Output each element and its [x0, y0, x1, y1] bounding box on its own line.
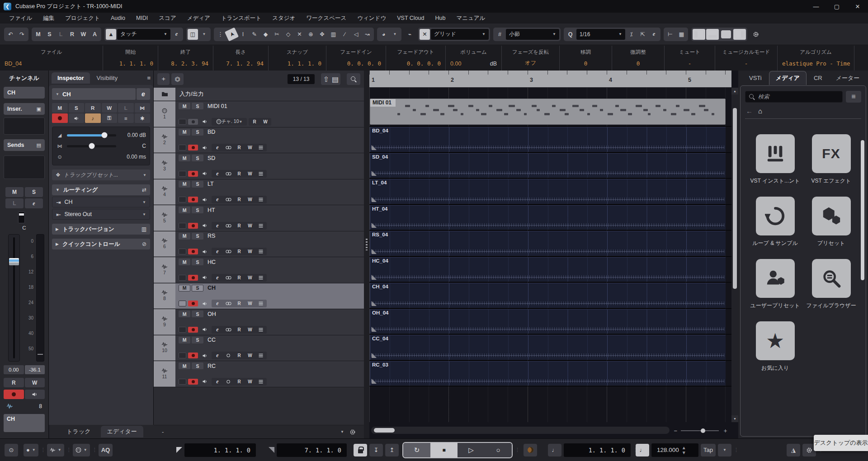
find-track-button[interactable]	[347, 73, 360, 85]
info-value[interactable]: オフ	[506, 59, 555, 67]
stop-button[interactable]: ■	[430, 443, 458, 457]
input-routing-dropdown[interactable]: ⇥CH▼	[52, 197, 150, 207]
track-row-ch[interactable]: 8MSCHeRW	[154, 283, 364, 310]
info-value[interactable]: 0. 0. 0. 0	[331, 60, 381, 67]
audio-track-lane[interactable]: HC_04	[369, 257, 731, 283]
info-value[interactable]: 0	[564, 60, 607, 67]
track-lanes-icon[interactable]	[256, 197, 266, 202]
track-solo-button[interactable]: S	[192, 285, 203, 292]
track-edit-button[interactable]: e	[212, 145, 222, 151]
track-mute-button[interactable]: M	[179, 259, 190, 265]
automation-edit-button[interactable]: e	[171, 29, 182, 40]
tab-tracks[interactable]: トラック	[60, 426, 97, 437]
track-record-button[interactable]	[188, 353, 198, 358]
vertical-scroll-thumb[interactable]	[733, 108, 737, 289]
maximize-button[interactable]: ▢	[826, 0, 847, 13]
info-value[interactable]: -	[720, 60, 773, 67]
left-locator-display[interactable]: 1. 1. 1. 0	[184, 443, 256, 457]
track-read-button[interactable]: R	[234, 249, 244, 254]
toolbar-l-button[interactable]: L	[56, 29, 66, 40]
info-value[interactable]: 8. 2. 3. 94	[163, 60, 208, 67]
track-record-button[interactable]	[188, 223, 198, 229]
track-read-button[interactable]: R	[250, 119, 259, 125]
cycle-button[interactable]: ↻	[403, 443, 430, 457]
media-tile-piano[interactable]: VST インスト...ント	[756, 134, 795, 185]
right-tab-vsti[interactable]: VSTi	[743, 72, 768, 84]
quick-controls-header[interactable]: ▶クイックコントロール⊘	[52, 239, 150, 249]
inspector-edit-button[interactable]: e	[137, 88, 150, 100]
scrub-tool[interactable]: ◁	[351, 29, 361, 40]
track-read-button[interactable]: R	[234, 197, 244, 202]
tempo-track-button[interactable]: ♩	[636, 444, 649, 456]
track-enable-checkbox[interactable]	[179, 327, 186, 333]
audio-track-lane[interactable]: RC_03	[369, 361, 731, 387]
automation-panel-icon[interactable]: ▲	[106, 29, 116, 40]
track-lanes-icon[interactable]	[256, 171, 266, 177]
draw-tool[interactable]: ✎	[249, 29, 259, 40]
track-enable-checkbox[interactable]	[179, 301, 186, 306]
info-value[interactable]: 1. 1. 1. 0	[108, 60, 153, 67]
midi-track-lane[interactable]: MIDI 01	[369, 88, 731, 127]
setup-toolbar-gear-icon[interactable]	[750, 29, 761, 40]
line-tool[interactable]: ∕	[340, 29, 350, 40]
track-lanes-icon[interactable]	[256, 379, 266, 385]
color-tool-dropdown[interactable]: ▼	[390, 29, 400, 40]
track-lanes-icon[interactable]	[256, 249, 266, 254]
insp-asterisk-icon[interactable]: ✱	[135, 113, 151, 123]
folder-track-row[interactable]: 入力/出力	[154, 88, 364, 101]
track-read-button[interactable]: R	[234, 301, 244, 306]
event-volume-handle[interactable]	[372, 145, 377, 150]
track-record-button[interactable]	[188, 145, 198, 151]
toolbar-a-button[interactable]: A	[90, 29, 100, 40]
track-lanes-icon[interactable]	[256, 353, 266, 358]
event-volume-handle[interactable]	[372, 171, 377, 176]
menu-item-7[interactable]: トランスポート	[216, 14, 267, 22]
track-edit-button[interactable]: e	[212, 379, 222, 385]
preroll-button[interactable]	[524, 444, 537, 456]
quantize-panel-button[interactable]: e	[649, 29, 659, 40]
event-volume-handle[interactable]	[372, 301, 377, 306]
channel-read-button[interactable]: R	[4, 378, 24, 387]
tap-tempo-button[interactable]: Tap	[701, 444, 716, 456]
record-button[interactable]: ○	[485, 443, 512, 457]
track-write-button[interactable]: W	[245, 275, 255, 281]
menu-item-4[interactable]: MIDI	[131, 15, 153, 21]
track-lanes-icon[interactable]	[256, 275, 266, 281]
inserts-rack[interactable]	[4, 118, 45, 135]
track-write-button[interactable]: W	[245, 145, 255, 151]
divider-handle[interactable]: -	[162, 428, 164, 435]
insp-lock-icon[interactable]: ⚿	[102, 113, 118, 123]
sends-button[interactable]: Sends▤	[4, 139, 45, 151]
routing-section-header[interactable]: ▼ルーティング⇄	[52, 184, 150, 195]
track-solo-button[interactable]: S	[192, 310, 203, 317]
pan-slider[interactable]	[67, 145, 116, 147]
audio-event-lt_04[interactable]: LT_04	[370, 179, 726, 204]
pan-value[interactable]: C	[120, 143, 146, 149]
track-write-button[interactable]: W	[245, 223, 255, 229]
close-button[interactable]: ✕	[847, 0, 868, 13]
event-volume-handle[interactable]	[372, 197, 377, 202]
snap-type-dropdown[interactable]: グリッド ▼	[431, 29, 489, 40]
quantize-dropdown[interactable]: 1/16 ▼	[576, 29, 625, 40]
event-volume-handle[interactable]	[372, 275, 377, 280]
audio-track-lane[interactable]: CH_04	[369, 282, 731, 309]
event-volume-handle[interactable]	[372, 249, 377, 254]
track-record-button[interactable]	[188, 119, 198, 125]
zoom-in-icon[interactable]: ＋	[722, 427, 728, 435]
inspector-menu-icon[interactable]: ≡	[147, 75, 151, 81]
locators-lock-button[interactable]	[354, 444, 367, 456]
track-mute-button[interactable]: M	[179, 233, 190, 240]
track-mute-button[interactable]: M	[179, 362, 190, 369]
event-volume-handle[interactable]	[372, 379, 377, 384]
track-mute-button[interactable]: M	[179, 129, 190, 136]
track-lanes-icon[interactable]	[256, 145, 266, 151]
audio-event-sd_04[interactable]: SD_04	[370, 153, 726, 178]
iterative-quantize-icon[interactable]: ⇱	[637, 29, 648, 40]
track-enable-checkbox[interactable]	[179, 171, 186, 177]
audio-event-rc_03[interactable]: RC_03	[370, 361, 726, 386]
redo-button[interactable]: ↷	[17, 29, 27, 40]
zoom-slider[interactable]	[681, 430, 719, 431]
workspace-dropdown[interactable]: ▼	[199, 29, 209, 40]
track-mute-button[interactable]: M	[179, 337, 190, 343]
time-display[interactable]: 1. 1. 1. 0	[564, 443, 631, 457]
